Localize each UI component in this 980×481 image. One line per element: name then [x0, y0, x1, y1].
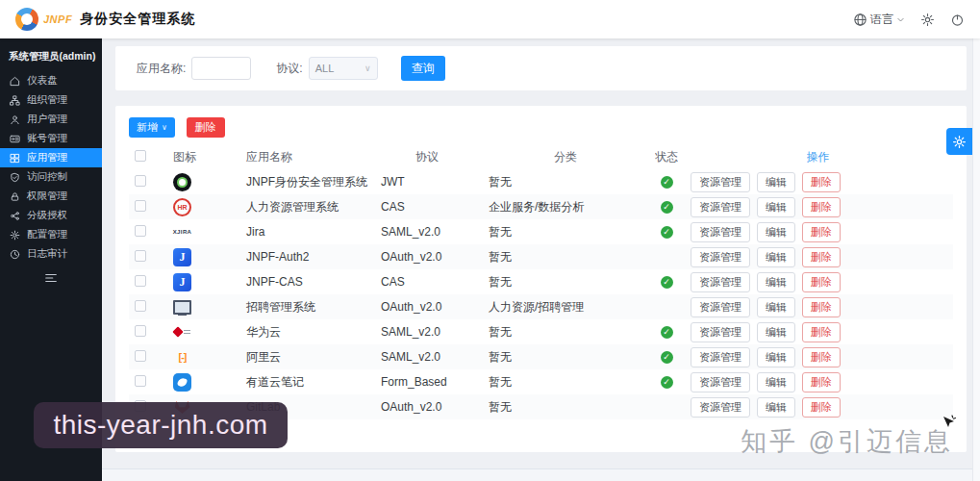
language-label: 语言: [870, 12, 893, 28]
edit-button[interactable]: 编辑: [757, 397, 795, 418]
globe-icon: [853, 13, 867, 27]
edit-button[interactable]: 编辑: [757, 222, 795, 242]
edit-button[interactable]: 编辑: [757, 247, 795, 267]
edit-button[interactable]: 编辑: [757, 347, 795, 367]
delete-button[interactable]: 删除: [802, 397, 841, 418]
sidebar-item-access-control[interactable]: 访问控制: [0, 167, 102, 187]
delete-button[interactable]: 删除: [802, 172, 841, 192]
jira-app-icon: XJIRA: [173, 223, 191, 241]
sidebar-item-audit-log[interactable]: 日志审计: [0, 244, 102, 264]
category-cell: 暂无: [481, 324, 650, 341]
identity-security-app: JNPF 身份安全管理系统 语言 系统管理员(admin) 仪表盘: [0, 0, 980, 481]
delete-button[interactable]: 删除: [802, 297, 841, 317]
protocol-cell: OAuth_v2.0: [373, 250, 481, 264]
sidebar-item-permissions[interactable]: 权限管理: [0, 187, 102, 206]
category-cell: 暂无: [481, 249, 650, 266]
app-name-label: 应用名称:: [137, 61, 186, 77]
table-row: J JNPF-Auth2 OAuth_v2.0 暂无 ✓ 资源管理 编辑 删除: [129, 244, 953, 269]
resource-manage-button[interactable]: 资源管理: [691, 397, 750, 418]
resource-manage-button[interactable]: 资源管理: [691, 272, 750, 292]
status-enabled-icon: ✓: [661, 376, 673, 389]
sidebar-item-users[interactable]: 用户管理: [0, 110, 102, 129]
col-actions: 操作: [807, 149, 830, 165]
credit-watermark: 知乎 @引迈信息: [741, 424, 953, 459]
app-name-cell: JNPF-CAS: [244, 275, 373, 289]
query-button[interactable]: 查询: [401, 56, 445, 81]
delete-button[interactable]: 删除: [802, 347, 841, 367]
sidebar-item-applications[interactable]: 应用管理: [0, 148, 102, 167]
scrollbar-track[interactable]: [972, 38, 980, 481]
delete-button[interactable]: 删除: [802, 197, 841, 217]
row-checkbox[interactable]: [135, 375, 146, 387]
settings-gear-icon[interactable]: [920, 13, 935, 27]
resource-manage-button[interactable]: 资源管理: [691, 222, 750, 242]
resource-manage-button[interactable]: 资源管理: [691, 297, 750, 317]
delete-button[interactable]: 删除: [802, 247, 841, 267]
resource-manage-button[interactable]: 资源管理: [691, 197, 750, 217]
recruit-app-icon: [173, 298, 191, 316]
app-name-cell: 招聘管理系统: [244, 299, 373, 316]
table-row: XJIRA Jira SAML_v2.0 暂无 ✓ 资源管理 编辑 删除: [129, 219, 953, 244]
category-cell: 暂无: [481, 274, 650, 291]
delete-button[interactable]: 删除: [802, 222, 841, 242]
org-tree-icon: [10, 95, 20, 106]
bulk-delete-button[interactable]: 删除: [187, 117, 225, 138]
table-body: JNPF身份安全管理系统 JWT 暂无 ✓ 资源管理 编辑 删除 HR 人力资源…: [129, 169, 953, 419]
status-enabled-icon: ✓: [661, 226, 673, 239]
category-cell: 暂无: [481, 349, 650, 366]
clock-icon: [10, 249, 20, 260]
jnpf-app-icon: [173, 173, 191, 191]
resource-manage-button[interactable]: 资源管理: [691, 372, 750, 392]
jnpf-logo-icon: [15, 8, 38, 31]
sidebar-item-accounts[interactable]: 账号管理: [0, 129, 102, 148]
theme-settings-button[interactable]: [946, 128, 972, 155]
col-status: 状态: [655, 149, 678, 165]
resource-manage-button[interactable]: 资源管理: [691, 172, 750, 192]
row-checkbox[interactable]: [135, 175, 146, 187]
status-enabled-icon: ✓: [661, 276, 673, 289]
edit-button[interactable]: 编辑: [757, 197, 795, 217]
row-checkbox[interactable]: [135, 275, 146, 287]
edit-button[interactable]: 编辑: [757, 272, 795, 292]
edit-button[interactable]: 编辑: [757, 322, 795, 342]
protocol-select[interactable]: ALL ∨: [309, 57, 378, 80]
language-selector[interactable]: 语言: [853, 12, 905, 28]
edit-button[interactable]: 编辑: [757, 172, 795, 192]
row-checkbox[interactable]: [135, 325, 146, 337]
resource-manage-button[interactable]: 资源管理: [691, 322, 750, 342]
brand-text: JNPF: [43, 13, 72, 25]
sidebar-item-dashboard[interactable]: 仪表盘: [0, 71, 102, 90]
add-button[interactable]: 新增 ∨: [129, 117, 175, 138]
select-chevron-icon: ∨: [364, 63, 371, 73]
edit-button[interactable]: 编辑: [757, 297, 795, 317]
app-name-input[interactable]: [191, 57, 251, 80]
sidebar-item-organization[interactable]: 组织管理: [0, 90, 102, 110]
row-checkbox[interactable]: [135, 250, 146, 262]
footer-strip: [102, 468, 972, 481]
jnpf-j-app-icon: J: [173, 273, 191, 291]
protocol-cell: OAuth_v2.0: [373, 300, 481, 314]
row-checkbox[interactable]: [135, 200, 146, 212]
col-icon: 图标: [162, 149, 244, 165]
row-checkbox[interactable]: [135, 350, 146, 362]
protocol-cell: Form_Based: [373, 375, 481, 389]
sidebar-item-delegation[interactable]: 分级授权: [0, 206, 102, 225]
resource-manage-button[interactable]: 资源管理: [691, 347, 750, 367]
app-name-cell: JNPF身份安全管理系统: [244, 174, 373, 190]
delete-button[interactable]: 删除: [802, 372, 841, 392]
logout-power-icon[interactable]: [950, 13, 965, 27]
protocol-cell: JWT: [373, 175, 481, 189]
resource-manage-button[interactable]: 资源管理: [691, 247, 750, 267]
delete-button[interactable]: 删除: [802, 322, 841, 342]
table-row: [-] 阿里云 SAML_v2.0 暂无 ✓ 资源管理 编辑 删除: [129, 344, 953, 369]
delete-button[interactable]: 删除: [802, 272, 841, 292]
sidebar-item-configuration[interactable]: 配置管理: [0, 225, 102, 244]
select-all-checkbox[interactable]: [135, 150, 146, 162]
edit-button[interactable]: 编辑: [757, 372, 795, 392]
row-checkbox[interactable]: [135, 300, 146, 312]
row-checkbox[interactable]: [135, 225, 146, 237]
category-cell: 暂无: [481, 174, 650, 190]
category-cell: 暂无: [481, 374, 650, 391]
menu-collapse-icon[interactable]: [44, 271, 58, 285]
table-row: 招聘管理系统 OAuth_v2.0 人力资源/招聘管理 ✓ 资源管理 编辑 删除: [129, 294, 953, 319]
